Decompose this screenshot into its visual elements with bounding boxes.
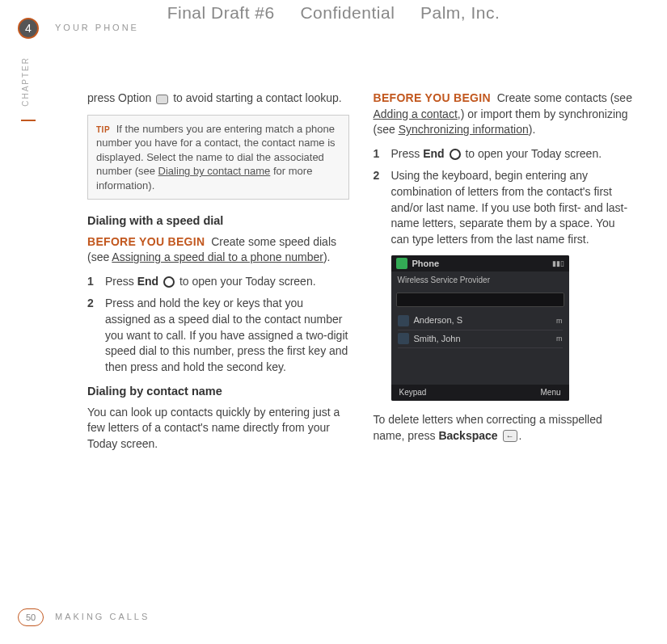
- phone-app-title: Phone: [412, 258, 440, 270]
- contact-tag: m: [556, 334, 563, 344]
- contact-name: Anderson, S: [414, 314, 463, 326]
- list-item: 2 Press and hold the key or keys that yo…: [87, 296, 349, 375]
- phone-softkeys: Keypad Menu: [391, 385, 569, 401]
- chapter-number: 4: [25, 22, 32, 35]
- byb-label: BEFORE YOU BEGIN: [374, 91, 491, 104]
- contact-name: Smith, John: [414, 333, 461, 345]
- byb-right: BEFORE YOU BEGIN Create some contacts (s…: [374, 90, 635, 138]
- backspace-key-icon: ←: [503, 430, 517, 442]
- start-icon: [396, 258, 407, 269]
- heading-speed-dial: Dialing with a speed dial: [87, 213, 349, 229]
- contact-icon: [398, 315, 409, 326]
- step-number: 1: [87, 274, 105, 290]
- softkey-left: Keypad: [399, 387, 427, 398]
- contact-row: Anderson, S m: [398, 312, 563, 330]
- step-body: Press and hold the key or keys that you …: [105, 296, 349, 375]
- step-body: Using the keyboard, begin entering any c…: [391, 168, 635, 247]
- step-bold: End: [137, 275, 158, 288]
- intro-text-a: press Option: [87, 91, 154, 104]
- chapter-label-vertical: CHAPTER: [21, 57, 30, 107]
- phone-titlebar: Phone ▮▮▯: [391, 255, 569, 271]
- byb-link[interactable]: Assigning a speed dial to a phone number: [112, 250, 323, 263]
- phone-screenshot: Phone ▮▮▯ Wireless Service Provider Ande…: [391, 255, 569, 401]
- company-label: Palm, Inc.: [420, 3, 500, 22]
- confidential-label: Confidential: [300, 3, 395, 22]
- intro-text-b: to avoid starting a contact lookup.: [173, 91, 342, 104]
- left-column: press Option to avoid starting a contact…: [87, 90, 349, 460]
- tip-label: TIP: [96, 125, 110, 134]
- link-adding-contact[interactable]: Adding a contact,: [374, 107, 461, 120]
- tip-link[interactable]: Dialing by contact name: [158, 165, 271, 177]
- step-number: 2: [374, 168, 391, 247]
- steps-left: 1 Press End to open your Today screen. 2…: [87, 274, 349, 376]
- byb-body-b: ).: [323, 250, 331, 263]
- tail-paragraph: To delete letters when correcting a miss…: [374, 412, 635, 444]
- step-bold: End: [423, 147, 444, 160]
- step-body: Press End to open your Today screen.: [105, 274, 349, 290]
- heading-contact-name: Dialing by contact name: [87, 383, 349, 399]
- top-watermark: Final Draft #6 Confidential Palm, Inc.: [0, 3, 667, 23]
- contact-tag: m: [556, 316, 563, 326]
- option-key-icon: [156, 95, 168, 104]
- provider-label: Wireless Service Provider: [391, 271, 569, 289]
- tip-box: TIP If the numbers you are entering matc…: [87, 115, 349, 200]
- list-item: 1 Press End to open your Today screen.: [374, 146, 635, 162]
- list-item: 2 Using the keyboard, begin entering any…: [374, 168, 635, 247]
- page-number: 50: [26, 612, 36, 622]
- side-accent-dash: [21, 120, 36, 121]
- softkey-right: Menu: [540, 387, 560, 398]
- contact-list: Anderson, S m Smith, John m: [391, 310, 569, 350]
- page-number-badge: 50: [18, 608, 44, 626]
- content-columns: press Option to avoid starting a contact…: [87, 90, 635, 460]
- byb-label: BEFORE YOU BEGIN: [87, 235, 205, 248]
- section-title-top: YOUR PHONE: [55, 23, 139, 32]
- search-input: [396, 293, 564, 307]
- draft-label: Final Draft #6: [167, 3, 275, 22]
- chapter-number-badge: 4: [18, 18, 39, 39]
- right-column: BEFORE YOU BEGIN Create some contacts (s…: [374, 90, 635, 460]
- link-sync-info[interactable]: Synchronizing information: [399, 123, 529, 136]
- steps-right: 1 Press End to open your Today screen. 2…: [374, 146, 635, 248]
- contact-name-paragraph: You can look up contacts quickly by ente…: [87, 405, 349, 452]
- intro-paragraph: press Option to avoid starting a contact…: [87, 90, 349, 107]
- byb-speed-dial: BEFORE YOU BEGIN Create some speed dials…: [87, 234, 349, 266]
- step-number: 2: [87, 296, 105, 375]
- backspace-bold: Backspace: [438, 429, 497, 442]
- list-item: 1 Press End to open your Today screen.: [87, 274, 349, 290]
- end-key-icon: [450, 149, 461, 160]
- contact-icon: [398, 333, 409, 344]
- footer-section-title: MAKING CALLS: [55, 612, 150, 621]
- step-number: 1: [374, 146, 391, 162]
- end-key-icon: [163, 276, 175, 288]
- contact-row: Smith, John m: [398, 330, 563, 348]
- signal-icon: ▮▮▯: [552, 259, 564, 269]
- step-body: Press End to open your Today screen.: [391, 146, 635, 162]
